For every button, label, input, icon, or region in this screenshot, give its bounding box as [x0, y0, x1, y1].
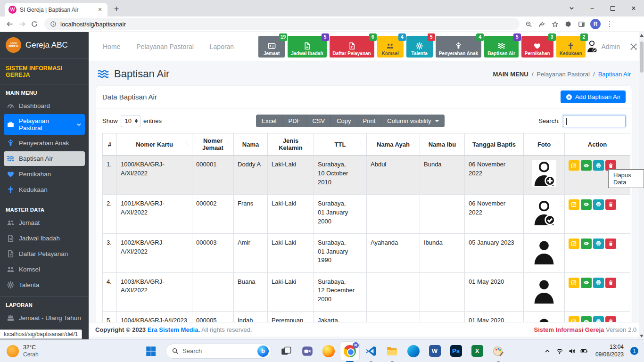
sidebar-item-dashboard[interactable]: Dashboard: [4, 99, 85, 113]
breadcrumb-item[interactable]: Pelayanan Pastoral: [537, 71, 590, 78]
col-header-nama[interactable]: Nama: [234, 133, 268, 156]
view-button[interactable]: [581, 316, 592, 322]
nav-tile-daftar-pelayanan[interactable]: P Daftar Pelayanan 6: [330, 36, 374, 58]
window-close-button[interactable]: ×: [623, 0, 644, 16]
print-button[interactable]: [593, 160, 604, 171]
print-button[interactable]: [593, 278, 604, 288]
scrollbar-thumb[interactable]: [640, 41, 644, 73]
column-visibility-button[interactable]: Column visibility: [381, 115, 444, 127]
nav-tile-jadwal-ibadah[interactable]: Jadwal Ibadah 5: [288, 36, 326, 58]
nav-tile-pernikahan[interactable]: Pernikahan 3: [521, 36, 553, 58]
col-header-foto[interactable]: Foto: [524, 133, 565, 156]
taskbar-app-edge[interactable]: [404, 342, 423, 361]
export-excel-button[interactable]: Excel: [256, 115, 283, 127]
export-copy-button[interactable]: Copy: [331, 115, 357, 127]
volume-icon[interactable]: [568, 347, 576, 355]
taskbar-app-chrome[interactable]: R: [340, 342, 359, 361]
breadcrumb-item[interactable]: Baptisan Air: [598, 71, 631, 78]
navbar-link-laporan[interactable]: Laporan: [210, 43, 234, 50]
sidebar-item-jemaat-ulang-tahun[interactable]: Jemaat - Ulang Tahun: [4, 311, 85, 325]
nav-tile-baptisan-air[interactable]: Baptisan Air 5: [484, 36, 519, 58]
edit-button[interactable]: [569, 199, 579, 210]
taskbar-app-photoshop[interactable]: Ps: [446, 342, 465, 361]
taskbar-app-firefox[interactable]: [319, 342, 338, 361]
export-print-button[interactable]: Print: [357, 115, 382, 127]
back-button[interactable]: [4, 18, 16, 30]
add-baptisan-air-button[interactable]: Add Baptisan Air: [561, 90, 626, 103]
col-header-nomer-kartu[interactable]: Nomer Kartu: [117, 133, 192, 156]
taskbar-app-word[interactable]: W: [425, 342, 444, 361]
weather-widget[interactable]: 32°C Cerah: [0, 344, 141, 358]
user-menu[interactable]: Admin: [586, 40, 620, 53]
browser-profile-avatar[interactable]: R: [590, 19, 601, 29]
delete-button[interactable]: [605, 239, 616, 249]
taskbar-app-explorer[interactable]: [383, 342, 402, 361]
taskbar-app-paint[interactable]: [489, 342, 508, 361]
print-button[interactable]: [593, 239, 604, 249]
zoom-out-icon[interactable]: [522, 18, 535, 30]
taskbar-app-excel[interactable]: X: [468, 342, 487, 361]
browser-tab[interactable]: W SI Gereja | Baptisan Air ×: [5, 3, 107, 16]
navbar-link-home[interactable]: Home: [103, 43, 120, 50]
delete-button[interactable]: [605, 316, 616, 322]
sidebar-item-daftar-pelayanan[interactable]: P Daftar Pelayanan: [4, 247, 85, 261]
window-maximize-button[interactable]: [603, 0, 623, 16]
taskbar-search[interactable]: Search b: [165, 344, 272, 359]
wifi-icon[interactable]: [556, 347, 563, 355]
sidebar-item-komsel[interactable]: Komsel: [4, 262, 85, 277]
sidebar-item-jadwal-ibadah[interactable]: Jadwal Ibadah: [4, 231, 85, 246]
site-info-icon[interactable]: [50, 21, 57, 27]
col-header-nama-ayah[interactable]: Nama Ayah: [367, 133, 420, 156]
nav-tile-talenta[interactable]: Talenta 5: [406, 36, 433, 58]
extensions-puzzle-icon[interactable]: [562, 18, 574, 30]
taskbar-app-chat[interactable]: [298, 342, 317, 361]
bookmark-star-icon[interactable]: [549, 18, 561, 30]
window-minimize-button[interactable]: –: [582, 0, 603, 16]
tray-chevron-up-icon[interactable]: [544, 347, 551, 355]
clock[interactable]: 13:04 09/06/2023: [595, 344, 624, 358]
fullscreen-icon[interactable]: [629, 42, 638, 51]
search-input[interactable]: [563, 115, 626, 127]
edit-button[interactable]: [569, 316, 579, 322]
nav-tile-komsel[interactable]: Komsel 4: [377, 36, 404, 58]
view-button[interactable]: [581, 199, 592, 210]
address-bar[interactable]: localhost/sig/baptisanair: [44, 18, 520, 30]
print-button[interactable]: [593, 316, 604, 322]
export-csv-button[interactable]: CSV: [306, 115, 331, 127]
sidebar-item-penyerahan-anak[interactable]: Penyerahan Anak: [4, 136, 85, 150]
sidebar-item-kedukaan[interactable]: Kedukaan: [4, 182, 85, 197]
col-header-nomer-jemaat[interactable]: Nomer Jemaat: [192, 133, 234, 156]
browser-menu-icon[interactable]: ⋮: [603, 18, 616, 30]
forward-button[interactable]: [16, 18, 28, 30]
edit-button[interactable]: [569, 239, 579, 249]
export-pdf-button[interactable]: PDF: [282, 115, 306, 127]
new-tab-button[interactable]: +: [110, 3, 123, 16]
print-button[interactable]: [593, 199, 604, 210]
taskbar-app-vscode[interactable]: [362, 342, 380, 361]
edit-button[interactable]: [569, 278, 579, 288]
view-button[interactable]: [581, 239, 592, 249]
share-icon[interactable]: [536, 18, 548, 30]
side-panel-icon[interactable]: [575, 18, 587, 30]
sidebar-item-jemaat[interactable]: Jemaat: [4, 215, 85, 230]
breadcrumb-item[interactable]: MAIN MENU: [493, 71, 528, 78]
nav-tile-penyerahan-anak[interactable]: Penyerahan Anak 4: [436, 36, 482, 58]
view-button[interactable]: [581, 278, 592, 288]
delete-button[interactable]: [605, 278, 616, 288]
bing-icon[interactable]: b: [257, 346, 269, 357]
sidebar-item-talenta[interactable]: Talenta: [4, 278, 85, 292]
notification-badge[interactable]: 1: [630, 347, 638, 355]
sidebar-item-pelayanan-pastoral[interactable]: Pelayanan Pastoral: [4, 114, 85, 135]
delete-button[interactable]: [605, 199, 616, 210]
edit-button[interactable]: [569, 160, 579, 171]
sidebar-item-pernikahan[interactable]: Pernikahan: [4, 167, 85, 181]
nav-tile-jemaat[interactable]: Jemaat 19: [258, 36, 285, 58]
sidebar-item-baptisan-air[interactable]: Baptisan Air: [4, 151, 85, 166]
tab-close-icon[interactable]: ×: [96, 6, 104, 14]
company-link[interactable]: Era Sistem Media.: [148, 326, 200, 333]
col-header-ttl[interactable]: TTL: [314, 133, 367, 156]
nav-tile-kedukaan[interactable]: Kedukaan 2: [556, 36, 586, 58]
start-button[interactable]: [141, 342, 160, 361]
col-header-jenis-kelamin[interactable]: Jenis Kelamin: [268, 133, 314, 156]
battery-icon[interactable]: [580, 347, 588, 355]
